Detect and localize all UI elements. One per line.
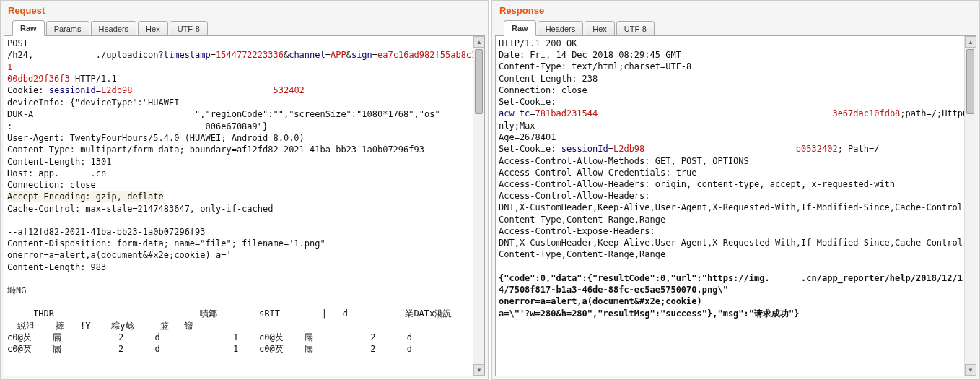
aceh: Access-Control-Expose-Headers: (499, 226, 655, 236)
bin-header: IHDR 嘳鎁 sBIT | d 業DATx瀺詋 (7, 308, 452, 319)
acah2: Access-Control-Allow-Headers: (499, 191, 650, 201)
redacted: xxxx (253, 85, 274, 97)
connection: Connection: close (7, 180, 96, 190)
request-raw-content[interactable]: POST /h24,xxxxxxxxxxxx./uploadicon?times… (4, 36, 484, 356)
req-method: POST (7, 38, 28, 48)
duk-end2: 006e6708a9"} (206, 121, 268, 131)
response-scrollbar[interactable]: ▲ ▼ (964, 36, 976, 376)
tab-raw[interactable]: Raw (12, 20, 45, 36)
resp-date: Date: Fri, 14 Dec 2018 08:29:45 GMT (499, 50, 681, 60)
request-title: Request (1, 1, 488, 20)
setck2-label: Set-Cookie: (499, 144, 561, 154)
resp-conn: Connection: close (499, 85, 587, 95)
host2: .cn (91, 168, 107, 178)
acah: Access-Control-Allow-Headers: origin, co… (499, 179, 895, 189)
setck2-v2: b0532402 (796, 144, 838, 154)
tab-hex[interactable]: Hex (585, 21, 615, 36)
redacted: xxxxxxxxxxxxxxxxxxxxxxxxxxxxxxx (33, 108, 195, 120)
response-raw-content[interactable]: HTTP/1.1 200 OK Date: Fri, 14 Dec 2018 0… (496, 36, 976, 321)
response-content-area: HTTP/1.1 200 OK Date: Fri, 14 Dec 2018 0… (495, 35, 976, 376)
redacted: xxxxxx (770, 272, 801, 284)
content-disposition: Content-Disposition: form-data; name="fi… (7, 238, 325, 249)
scroll-thumb[interactable] (475, 49, 483, 114)
req-http: HTTP/1.1 (70, 74, 117, 84)
duk-end: : (7, 121, 12, 131)
cookie-val2: 532402 (274, 85, 305, 95)
png-sig: 塒NG (7, 285, 26, 295)
tab-hex[interactable]: Hex (138, 21, 168, 36)
tab-params[interactable]: Params (46, 21, 89, 36)
redacted: xxxxxxxxxxxxxxxxxxxxx (132, 85, 242, 97)
cookie-label: Cookie: (7, 85, 49, 95)
host1: Host: app. (7, 168, 59, 178)
request-scrollbar[interactable]: ▲ ▼ (473, 36, 484, 376)
boundary: --af12fd82-2021-41ba-bb23-1a0b07296f93 (7, 227, 206, 237)
acac: Access-Control-Allow-Credentials: true (499, 168, 697, 178)
cache-control: Cache-Control: max-stale=2147483647, onl… (7, 204, 273, 214)
q-channel-val: APP (331, 50, 346, 60)
content-length: Content-Length: 1301 (7, 157, 112, 167)
resp-clen: Content-Length: 238 (499, 74, 598, 84)
q-channel-key: channel (289, 50, 325, 60)
body2: onerror=a=alert,a(document&#x2e;cookie) (499, 296, 702, 306)
scroll-thumb[interactable] (966, 49, 974, 114)
body3: a=\"'?w=280&h=280","resultMsg":"success"… (499, 308, 799, 319)
redacted: xxxxxxxxxxxxxxxxxxxxxxxxxxxxxxxxxxxxxxxx… (598, 108, 832, 120)
request-content-area: POST /h24,xxxxxxxxxxxx./uploadicon?times… (4, 35, 485, 376)
scroll-down-icon[interactable]: ▼ (473, 364, 485, 376)
cookie-val1: L2db98 (101, 85, 132, 95)
req-path1: /h24, (7, 50, 33, 60)
tab-utf8[interactable]: UTF-8 (170, 21, 208, 36)
amp2: & (346, 50, 351, 60)
scroll-down-icon[interactable]: ▼ (965, 364, 976, 376)
duk-a: DUK-A (7, 109, 33, 119)
scroll-up-icon[interactable]: ▲ (965, 36, 976, 48)
bin-r3: c0@芡 屚 2 d 1 c0@芡 屚 2 d 1 (7, 344, 485, 354)
duk-mid: ","regionCode":"","screenSize":"1080*176… (195, 109, 440, 119)
resp-ctype: Content-Type: text/html;charset=UTF-8 (499, 61, 691, 72)
req-path2: ./uploadicon? (96, 50, 164, 60)
cookie-key: sessionId (49, 85, 96, 95)
response-title: Response (492, 1, 979, 20)
bin-r1: 綐泹 撁 !Y 粽y鲶 篮 餾 (7, 321, 193, 331)
devinfo: deviceInfo: {"deviceType":"HUAWEI (7, 98, 179, 108)
user-agent: User-Agent: TwentyFourHours/5.4.0 (HUAWE… (7, 133, 305, 143)
acam: Access-Control-Allow-Methods: GET, POST,… (499, 156, 749, 166)
q-sign-key: sign (351, 50, 372, 60)
redacted: xxxxxxxxxxxxxxxxxxxxxxxxxxxxxxxxxxxxx (12, 121, 205, 132)
redacted: xxxxxxxxxxxx (33, 50, 96, 61)
body1: {"code":0,"data":{"resultCode":0,"url":"… (499, 273, 770, 283)
redacted: xxxxxx (59, 168, 90, 179)
binary-table: IHDR 嘳鎁 sBIT | d 業DATx瀺詋 綐泹 撁 !Y 粽y鲶 篮 餾… (7, 308, 481, 355)
accept-encoding: Accept-Encoding: gzip, deflate (7, 191, 164, 202)
bin-r2: c0@芡 屚 2 d 1 c0@芡 屚 2 d 1 (7, 332, 485, 342)
setck2-rest: ; Path=/ (838, 144, 880, 154)
setck2-key: sessionId (561, 144, 608, 154)
q-timestamp-key: timestamp (164, 50, 211, 60)
acw-v1: 781bad231544 (535, 108, 598, 118)
resp-status: HTTP/1.1 200 OK (499, 38, 577, 48)
request-tabs: Raw Params Headers Hex UTF-8 (1, 20, 488, 36)
acehv: DNT,X-CustomHeader,Keep-Alive,User-Agent… (499, 238, 968, 259)
response-panel: Response Raw Headers Hex UTF-8 HTTP/1.1 … (491, 0, 980, 380)
resp-setcookie1: Set-Cookie: (499, 97, 556, 107)
scroll-up-icon[interactable]: ▲ (473, 36, 485, 48)
acw-key: acw_tc (499, 108, 530, 118)
q-sign-cont: 00dbd29f36f3 (7, 74, 70, 84)
tab-headers[interactable]: Headers (538, 21, 584, 36)
tab-headers[interactable]: Headers (91, 21, 137, 36)
request-panel: Request Raw Params Headers Hex UTF-8 POS… (0, 0, 489, 380)
q-timestamp-val: 1544772223336 (216, 50, 284, 60)
redacted: xxxxxxxxxxxxxxxxxxxxxxxxxxxxx (644, 144, 796, 155)
response-tabs: Raw Headers Hex UTF-8 (492, 20, 979, 36)
setck2-v1: L2db98 (613, 144, 644, 154)
onerror-payload: onerror=a=alert,a(document&#x2e;cookie) … (7, 250, 232, 260)
acw-rest2: Age=2678401 (499, 132, 556, 142)
content-type: Content-Type: multipart/form-data; bound… (7, 144, 424, 155)
acw-v2: 3e67dac10fdb8 (832, 108, 900, 118)
tab-raw[interactable]: Raw (504, 20, 536, 36)
content-length2: Content-Length: 983 (7, 262, 106, 272)
tab-utf8[interactable]: UTF-8 (616, 21, 655, 36)
acah2v: DNT,X-CustomHeader,Keep-Alive,User-Agent… (499, 202, 968, 224)
